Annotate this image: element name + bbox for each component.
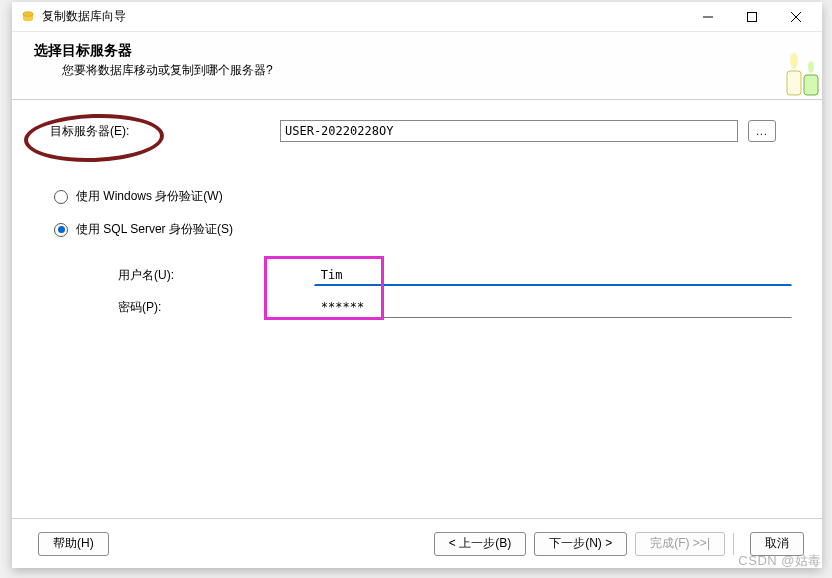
header-graphic-icon — [762, 39, 822, 99]
browse-button[interactable]: ... — [748, 120, 776, 142]
page-title: 选择目标服务器 — [34, 42, 810, 60]
minimize-button[interactable] — [686, 3, 730, 31]
titlebar: 复制数据库向导 — [12, 2, 822, 32]
svg-rect-7 — [804, 75, 818, 95]
wizard-content: 目标服务器(E): ... 使用 Windows 身份验证(W) 使用 SQL … — [12, 100, 822, 518]
target-server-input[interactable] — [280, 120, 738, 142]
svg-point-9 — [808, 61, 814, 73]
username-input[interactable] — [314, 264, 792, 286]
svg-point-8 — [790, 53, 798, 69]
next-button[interactable]: 下一步(N) > — [534, 532, 627, 556]
svg-rect-6 — [787, 71, 801, 95]
auth-sqlserver-label: 使用 SQL Server 身份验证(S) — [76, 221, 233, 238]
close-button[interactable] — [774, 3, 818, 31]
auth-sqlserver-option[interactable]: 使用 SQL Server 身份验证(S) — [54, 221, 792, 238]
wizard-window: 复制数据库向导 选择目标服务器 您要将数据库移动或复制到哪个服务器? 目标服务器… — [12, 2, 822, 568]
svg-rect-3 — [748, 12, 757, 21]
auth-windows-option[interactable]: 使用 Windows 身份验证(W) — [54, 188, 792, 205]
radio-icon — [54, 223, 68, 237]
password-input[interactable] — [314, 296, 792, 318]
window-controls — [686, 3, 818, 31]
wizard-header: 选择目标服务器 您要将数据库移动或复制到哪个服务器? — [12, 32, 822, 100]
password-label: 密码(P): — [118, 299, 314, 316]
target-server-row: 目标服务器(E): ... — [50, 120, 792, 142]
page-subtitle: 您要将数据库移动或复制到哪个服务器? — [62, 62, 810, 79]
finish-button: 完成(F) >>| — [635, 532, 725, 556]
watermark: CSDN @姑毒 — [738, 552, 822, 570]
separator — [733, 533, 734, 555]
target-server-label: 目标服务器(E): — [50, 123, 280, 140]
back-button[interactable]: < 上一步(B) — [434, 532, 526, 556]
maximize-button[interactable] — [730, 3, 774, 31]
username-row: 用户名(U): — [118, 264, 792, 286]
radio-icon — [54, 190, 68, 204]
password-row: 密码(P): — [118, 296, 792, 318]
username-label: 用户名(U): — [118, 267, 314, 284]
window-title: 复制数据库向导 — [42, 8, 686, 25]
help-button[interactable]: 帮助(H) — [38, 532, 109, 556]
auth-windows-label: 使用 Windows 身份验证(W) — [76, 188, 223, 205]
app-icon — [20, 9, 36, 25]
wizard-footer: 帮助(H) < 上一步(B) 下一步(N) > 完成(F) >>| 取消 — [12, 518, 822, 568]
